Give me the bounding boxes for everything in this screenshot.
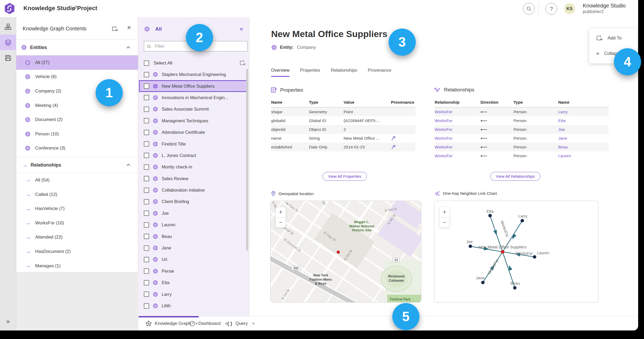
tab-properties[interactable]: Properties [300, 68, 320, 77]
entity-instance-item[interactable]: Attendance Certificate [139, 127, 247, 138]
collapse-panel-icon[interactable]: « [240, 25, 243, 33]
expand-rail-button[interactable]: » [0, 318, 16, 325]
relationship-link[interactable]: WorksFor [435, 136, 480, 141]
item-checkbox[interactable] [144, 199, 149, 204]
tab-provenance[interactable]: Provenance [368, 68, 391, 77]
select-all-row[interactable]: Select All [144, 58, 247, 69]
zoom-in-button[interactable]: + [276, 207, 286, 217]
relationship-type-item[interactable]: → Manages (1) [16, 259, 138, 273]
node-label[interactable]: Jane [476, 276, 485, 280]
item-checkbox[interactable] [144, 176, 149, 181]
item-checkbox[interactable] [144, 211, 149, 216]
node-label[interactable]: Etta [487, 209, 494, 213]
item-checkbox[interactable] [144, 107, 149, 112]
collapse-caret-icon[interactable] [126, 164, 131, 166]
zoom-out-button[interactable]: − [276, 217, 286, 228]
tab-overview[interactable]: Overview [271, 68, 290, 77]
entity-instance-item[interactable]: Collaboration initiative [139, 184, 247, 196]
item-checkbox[interactable] [144, 245, 149, 251]
entity-instance-item[interactable]: Managment Techniques [139, 115, 247, 127]
item-checkbox[interactable] [144, 303, 149, 309]
entity-instance-item[interactable]: Staplers Mechanical Engineering [139, 69, 247, 80]
relationship-link[interactable]: WorksFor [435, 118, 480, 123]
link-chart-widget[interactable]: Etta Larry Joe Lauren Jane Beau New Meta… [434, 201, 598, 302]
zoom-in-button[interactable]: + [439, 207, 450, 217]
data-model-rail-button[interactable] [0, 19, 16, 35]
tab-dashboard[interactable]: Dashboard × [189, 316, 228, 330]
entity-type-item[interactable]: Conference (3) [16, 141, 138, 156]
related-entity-link[interactable]: Lauren [558, 154, 609, 158]
entity-instance-item[interactable]: Jane [139, 242, 247, 254]
entity-instance-item[interactable]: Larry [139, 288, 247, 300]
tab-relationships[interactable]: Relationships [331, 68, 357, 77]
relationship-link[interactable]: WorksFor [435, 127, 480, 132]
item-checkbox[interactable] [144, 257, 149, 262]
relationship-type-item[interactable]: → Attended (22) [16, 230, 138, 245]
zoom-out-button[interactable]: − [439, 217, 450, 228]
entity-instance-item[interactable]: Sales Review [139, 173, 247, 184]
related-entity-link[interactable]: Etta [558, 118, 609, 123]
entity-instance-item[interactable]: L. Jones Contract [139, 150, 247, 161]
entity-instance-item[interactable]: Montly check-in [139, 161, 247, 173]
relationship-link[interactable]: WorksFor [435, 110, 480, 114]
edit-title-icon[interactable] [71, 5, 78, 12]
entity-instance-item[interactable]: Client Briefing [139, 196, 247, 207]
related-entity-link[interactable]: Joe [558, 127, 609, 132]
map-widget[interactable]: k Rd W Clay St Sa N 3rd St N 4th St Magg… [270, 201, 421, 302]
item-checkbox[interactable] [144, 188, 149, 193]
select-all-checkbox[interactable] [144, 60, 149, 66]
node-label[interactable]: Lauren [537, 251, 549, 255]
avatar[interactable]: KS [564, 3, 575, 14]
view-all-properties-button[interactable]: View All Properties [323, 172, 367, 181]
item-checkbox[interactable] [144, 141, 149, 147]
entity-instance-item[interactable]: Firebird Title [139, 138, 247, 150]
node-label[interactable]: Larry [518, 214, 527, 218]
entity-instance-item[interactable]: Innovations in Mechanical Engin... [139, 92, 247, 103]
close-tab-icon[interactable]: × [252, 321, 255, 326]
entity-type-item[interactable]: Vehicle (6) [16, 70, 138, 84]
entities-section-header[interactable]: Entities [16, 40, 138, 55]
close-panel-icon[interactable]: × [127, 23, 131, 32]
relationship-type-item[interactable]: → HasDocument (2) [16, 244, 138, 259]
item-checkbox[interactable] [144, 95, 149, 100]
entity-instance-item[interactable]: Joe [139, 208, 247, 219]
entity-instance-item[interactable]: Lilith [139, 300, 247, 312]
relationship-link[interactable]: WorksFor [435, 154, 480, 158]
item-checkbox[interactable] [144, 130, 149, 135]
item-checkbox[interactable] [144, 118, 149, 123]
related-entity-link[interactable]: Beau [558, 145, 609, 150]
relationship-type-item[interactable]: → All (54) [16, 173, 138, 187]
item-checkbox[interactable] [144, 164, 149, 170]
item-checkbox[interactable] [144, 72, 149, 77]
item-checkbox[interactable] [144, 83, 149, 89]
relationship-type-item[interactable]: → HasVehicle (7) [16, 201, 138, 216]
center-node-label[interactable]: New Metal Office Suppliers [479, 245, 527, 249]
entity-type-item[interactable]: Person (10) [16, 127, 138, 141]
entity-instance-item[interactable]: New Metal Office Suppliers [139, 80, 247, 92]
node-label[interactable]: Joe [466, 239, 473, 244]
entity-type-item[interactable]: All (27) [16, 55, 138, 70]
entity-instance-item[interactable]: Lauren [139, 219, 247, 231]
item-checkbox[interactable] [144, 222, 149, 228]
collapse-caret-icon[interactable] [126, 46, 131, 49]
list-scrollbar[interactable] [246, 69, 248, 251]
item-checkbox[interactable] [144, 280, 149, 285]
view-all-relationships-button[interactable]: View All Relationships [490, 172, 540, 181]
entity-instance-item[interactable]: Beau [139, 231, 247, 242]
relationship-type-item[interactable]: → Called (12) [16, 187, 138, 202]
entity-instance-item[interactable]: Sales Associate Summit [139, 103, 247, 115]
user-menu[interactable]: Knowledge Studio publisher2 [583, 3, 626, 14]
tab-query[interactable]: { } Query × [227, 316, 255, 330]
add-to-new-window-icon[interactable] [112, 26, 118, 32]
entity-instance-item[interactable]: Uri [139, 254, 247, 265]
search-button[interactable] [523, 3, 535, 15]
related-entity-link[interactable]: Jane [558, 136, 609, 141]
provenance-flag-icon[interactable] [391, 144, 396, 150]
related-entity-link[interactable]: Larry [558, 110, 609, 114]
item-checkbox[interactable] [144, 153, 149, 158]
help-button[interactable]: ? [545, 3, 557, 15]
add-to-menu-item[interactable]: Add To [596, 35, 622, 41]
relationship-link[interactable]: WorksFor [435, 145, 480, 150]
item-checkbox[interactable] [144, 268, 149, 274]
entity-type-item[interactable]: Document (2) [16, 112, 138, 127]
